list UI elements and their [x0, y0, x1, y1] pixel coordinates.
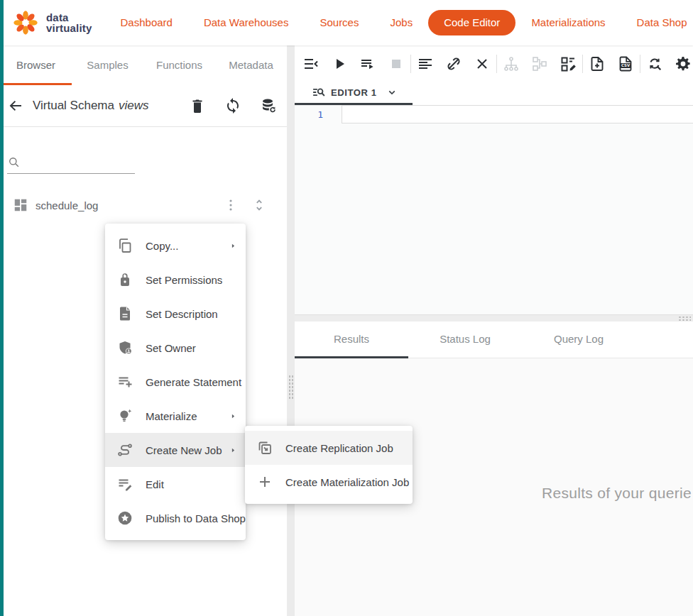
schema-tree-button-disabled: [531, 55, 548, 72]
document-icon: [116, 305, 133, 322]
submenu-arrow-icon: [229, 446, 237, 454]
top-navbar: data virtuality Dashboard Data Warehouse…: [0, 0, 693, 45]
submenu-arrow-icon: [229, 412, 237, 420]
menu-item-label: Publish to Data Shop: [146, 512, 246, 524]
edit-dashboard-icon: [560, 55, 577, 72]
menu-item-label: Set Permissions: [146, 274, 237, 286]
tab-status-log[interactable]: Status Log: [408, 321, 522, 358]
menu-item-set-owner[interactable]: Set Owner: [105, 331, 246, 365]
copy-icon: [116, 237, 133, 254]
create-job-submenu: Create Replication Job Create Materializ…: [245, 426, 413, 504]
menu-item-create-new-job[interactable]: Create New Job: [105, 433, 246, 467]
results-tabbar: Results Status Log Query Log: [295, 321, 693, 358]
expand-collapse-button[interactable]: [251, 197, 267, 213]
menu-item-set-description[interactable]: Set Description: [105, 297, 246, 331]
owner-shield-icon: [116, 339, 133, 356]
window-edge-accent: [0, 0, 4, 616]
editor-tab-label: EDITOR 1: [331, 87, 377, 98]
replication-icon: [256, 439, 273, 456]
tab-samples[interactable]: Samples: [72, 45, 143, 85]
item-menu-button[interactable]: [223, 197, 239, 213]
run-selected-icon: [359, 55, 376, 72]
menu-item-label: Set Owner: [146, 342, 237, 354]
delete-schema-button[interactable]: [189, 97, 206, 114]
submenu-item-create-materialization-job[interactable]: Create Materialization Job: [245, 465, 413, 499]
tab-query-log[interactable]: Query Log: [522, 321, 635, 358]
results-resize-divider[interactable]: [295, 314, 693, 321]
brand-name: data virtuality: [46, 12, 92, 33]
sidebar-tabs: Browser Samples Functions Metadata: [0, 45, 287, 85]
horizontal-drag-handle[interactable]: [678, 316, 691, 321]
settings-icon: [675, 55, 692, 72]
dependency-tree-button-disabled: [503, 55, 520, 72]
menu-item-publish-to-data-shop[interactable]: Publish to Data Shop: [105, 501, 246, 535]
nav-materializations[interactable]: Materializations: [515, 10, 621, 35]
find-replace-button[interactable]: [646, 55, 663, 72]
menu-item-generate-statement[interactable]: Generate Statement: [105, 365, 246, 399]
run-selected-button[interactable]: [359, 55, 376, 72]
menu-item-label: Create Materialization Job: [285, 476, 409, 488]
format-sql-button[interactable]: [417, 55, 434, 72]
menu-item-set-permissions[interactable]: Set Permissions: [105, 263, 246, 297]
chevron-down-icon[interactable]: [385, 85, 399, 99]
unlink-button[interactable]: [445, 55, 462, 72]
menu-item-copy[interactable]: Copy...: [105, 229, 246, 263]
search-input[interactable]: [26, 158, 132, 170]
menu-item-label: Create Replication Job: [285, 442, 404, 454]
view-dashboard-icon: [13, 197, 28, 213]
run-query-button[interactable]: [331, 55, 348, 72]
menu-item-label: Generate Statement: [146, 376, 241, 388]
tab-metadata[interactable]: Metadata: [215, 45, 287, 85]
vertical-drag-handle[interactable]: [288, 375, 293, 400]
new-editor-button[interactable]: [589, 55, 606, 72]
nav-sources[interactable]: Sources: [304, 10, 374, 35]
dependency-tree-icon: [503, 55, 520, 72]
data-virtuality-logo-icon: [11, 9, 40, 37]
tree-item-schedule-log[interactable]: schedule_log: [0, 192, 287, 218]
sql-editor-area[interactable]: 1: [295, 106, 693, 314]
nav-data-warehouses[interactable]: Data Warehouses: [188, 10, 305, 35]
back-button[interactable]: [7, 97, 24, 114]
nav-data-shop[interactable]: Data Shop: [621, 10, 693, 35]
tree-item-label: schedule_log: [36, 199, 98, 211]
database-refresh-icon: [260, 97, 277, 114]
unfold-more-icon: [251, 197, 267, 213]
sidebar-resize-divider[interactable]: [287, 45, 295, 616]
refresh-schema-button[interactable]: [224, 97, 241, 114]
schema-header: Virtual Schema views: [0, 85, 287, 127]
tab-functions[interactable]: Functions: [143, 45, 215, 85]
reload-metadata-button[interactable]: [260, 97, 277, 114]
settings-button[interactable]: [675, 55, 692, 72]
route-icon: [116, 441, 133, 458]
context-menu: Copy... Set Permissions Set Description …: [105, 224, 246, 540]
tab-browser[interactable]: Browser: [0, 45, 72, 85]
export-csv-button[interactable]: CSV: [617, 55, 634, 72]
schema-title: Virtual Schema: [33, 99, 114, 113]
edit-dashboard-button[interactable]: [560, 55, 577, 72]
menu-item-edit[interactable]: Edit: [105, 467, 246, 501]
editor-toolbar: CSV: [295, 45, 693, 82]
menu-item-label: Materialize: [146, 410, 229, 422]
nav-jobs[interactable]: Jobs: [374, 10, 428, 35]
sidebar-search: [7, 155, 135, 174]
collapse-editor-list-button[interactable]: [302, 55, 320, 72]
manage-search-icon: [312, 85, 326, 99]
stop-icon: [388, 55, 405, 72]
stop-query-button-disabled: [388, 55, 405, 72]
tab-results[interactable]: Results: [295, 321, 408, 358]
menu-item-materialize[interactable]: Materialize: [105, 399, 246, 433]
nav-code-editor[interactable]: Code Editor: [428, 10, 515, 35]
submenu-item-create-replication-job[interactable]: Create Replication Job: [245, 431, 413, 465]
nav-dashboard[interactable]: Dashboard: [105, 10, 188, 35]
plus-icon: [256, 473, 273, 490]
arrow-back-icon: [7, 97, 24, 114]
tab-editor-1[interactable]: EDITOR 1: [295, 82, 413, 105]
submenu-arrow-icon: [229, 242, 237, 250]
main-nav: Dashboard Data Warehouses Sources Jobs C…: [105, 10, 693, 35]
menu-item-label: Edit: [146, 478, 237, 490]
app-logo[interactable]: data virtuality: [11, 9, 92, 37]
clear-editor-button[interactable]: [474, 55, 491, 72]
kebab-menu-icon: [223, 197, 239, 213]
new-editor-icon: [589, 55, 606, 72]
editor-current-line[interactable]: [342, 105, 693, 123]
